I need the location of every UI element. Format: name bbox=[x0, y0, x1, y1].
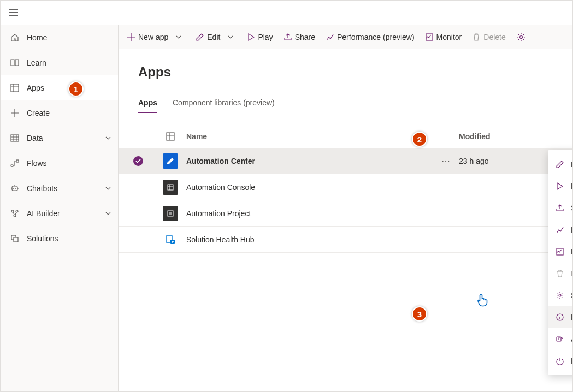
app-name[interactable]: Automation Project bbox=[183, 209, 433, 218]
share-icon bbox=[284, 33, 292, 41]
context-menu-monitor[interactable]: Monitor bbox=[548, 241, 573, 263]
gear-icon bbox=[517, 33, 525, 41]
grid-icon bbox=[9, 133, 20, 144]
new-app-dropdown[interactable] bbox=[173, 34, 185, 40]
more-options-button[interactable]: ⋯ bbox=[441, 156, 451, 166]
edit-button[interactable]: Edit bbox=[192, 28, 225, 46]
svg-point-20 bbox=[559, 294, 561, 296]
separator bbox=[240, 32, 240, 43]
monitor-icon bbox=[426, 33, 433, 41]
context-menu-deactivate[interactable]: Deactivate bbox=[548, 350, 573, 372]
tab-apps[interactable]: Apps bbox=[138, 94, 157, 112]
solutions-icon bbox=[9, 233, 20, 244]
context-menu-share[interactable]: Share bbox=[548, 197, 573, 219]
ctx-label: Settings bbox=[571, 291, 573, 300]
power-icon bbox=[556, 357, 564, 365]
monitor-icon bbox=[556, 248, 564, 256]
svg-point-5 bbox=[13, 188, 14, 189]
svg-point-2 bbox=[11, 164, 13, 167]
context-menu-performance[interactable]: Performance (preview) bbox=[548, 219, 573, 241]
ai-builder-icon bbox=[9, 208, 20, 219]
sidebar-item-solutions[interactable]: Solutions bbox=[1, 226, 118, 251]
sidebar-item-ai-builder[interactable]: AI Builder bbox=[1, 201, 118, 226]
model-app-icon bbox=[163, 206, 178, 221]
app-name[interactable]: Automation Center bbox=[183, 157, 433, 165]
canvas-app-icon bbox=[163, 153, 178, 169]
sidebar-item-chatbots[interactable]: Chatbots bbox=[1, 176, 118, 201]
svg-rect-14 bbox=[167, 133, 174, 140]
ctx-label: Performance (preview) bbox=[571, 225, 573, 234]
sidebar-item-data[interactable]: Data bbox=[1, 126, 118, 151]
svg-rect-11 bbox=[14, 237, 18, 242]
context-menu-details[interactable]: Details bbox=[548, 306, 573, 328]
sidebar-item-label: Apps bbox=[27, 84, 44, 92]
command-bar: New app Edit Play Share bbox=[119, 25, 572, 49]
apps-icon bbox=[9, 82, 20, 93]
tabs: Apps Component libraries (preview) bbox=[119, 84, 572, 113]
context-menu-edit[interactable]: Edit bbox=[548, 153, 573, 175]
svg-rect-15 bbox=[168, 185, 173, 190]
cmd-label: New app bbox=[138, 33, 168, 41]
svg-point-7 bbox=[11, 210, 14, 212]
tab-component-libraries[interactable]: Component libraries (preview) bbox=[173, 94, 275, 112]
settings-button[interactable] bbox=[512, 28, 530, 46]
ctx-label: Monitor bbox=[571, 247, 573, 256]
play-icon bbox=[556, 182, 564, 190]
sidebar-item-label: Home bbox=[27, 33, 47, 42]
monitor-button[interactable]: Monitor bbox=[421, 28, 466, 46]
learn-icon bbox=[9, 57, 20, 68]
table-row[interactable]: Automation Console bbox=[119, 174, 572, 200]
sidebar-item-flows[interactable]: Flows bbox=[1, 151, 118, 176]
svg-rect-1 bbox=[11, 135, 19, 141]
app-name[interactable]: Solution Health Hub bbox=[183, 235, 433, 244]
share-button[interactable]: Share bbox=[280, 28, 320, 46]
svg-point-6 bbox=[15, 188, 16, 189]
delete-icon bbox=[472, 33, 480, 41]
type-column-icon[interactable] bbox=[158, 132, 183, 141]
hamburger-icon[interactable] bbox=[1, 1, 27, 25]
sidebar-item-label: Learn bbox=[27, 58, 46, 67]
cmd-label: Delete bbox=[483, 33, 505, 41]
main-content: New app Edit Play Share bbox=[119, 25, 572, 391]
home-icon bbox=[9, 32, 20, 43]
separator bbox=[188, 32, 188, 43]
play-button[interactable]: Play bbox=[244, 28, 277, 46]
flows-icon bbox=[9, 158, 20, 169]
gear-icon bbox=[556, 292, 564, 299]
sidebar-item-label: Create bbox=[27, 109, 50, 117]
selected-check-icon[interactable] bbox=[133, 156, 143, 166]
context-menu-play[interactable]: Play bbox=[548, 175, 573, 197]
chevron-down-icon bbox=[105, 135, 111, 141]
cmd-label: Share bbox=[295, 33, 315, 41]
table-row[interactable]: Automation Center ⋯ 23 h ago bbox=[119, 148, 572, 174]
sidebar-item-home[interactable]: Home bbox=[1, 25, 118, 50]
table-row[interactable]: Solution Health Hub bbox=[119, 227, 572, 253]
sidebar-item-label: Solutions bbox=[27, 234, 58, 243]
sidebar: Home Learn Apps Create Data bbox=[1, 25, 119, 391]
ctx-label: Details bbox=[571, 313, 573, 322]
svg-rect-0 bbox=[11, 84, 19, 92]
sidebar-item-learn[interactable]: Learn bbox=[1, 50, 118, 75]
column-header-name[interactable]: Name bbox=[183, 132, 433, 141]
context-menu-add-to-teams[interactable]: Add to Teams bbox=[548, 328, 573, 350]
performance-button[interactable]: Performance (preview) bbox=[322, 28, 419, 46]
column-header-modified[interactable]: Modified bbox=[459, 132, 546, 141]
context-menu-settings[interactable]: Settings bbox=[548, 284, 573, 306]
ctx-label: Deactivate bbox=[571, 357, 573, 365]
top-bar bbox=[1, 1, 572, 25]
svg-point-13 bbox=[519, 35, 522, 38]
sidebar-item-apps[interactable]: Apps bbox=[1, 75, 118, 100]
callout-badge-3: 3 bbox=[412, 306, 427, 322]
sidebar-item-create[interactable]: Create bbox=[1, 100, 118, 126]
play-icon bbox=[248, 33, 255, 41]
plus-icon bbox=[9, 108, 20, 118]
delete-button: Delete bbox=[468, 28, 510, 46]
teams-icon bbox=[556, 335, 564, 343]
sidebar-item-label: AI Builder bbox=[27, 209, 60, 218]
table-row[interactable]: Automation Project bbox=[119, 200, 572, 227]
sidebar-item-label: Flows bbox=[27, 159, 47, 168]
new-app-button[interactable]: New app bbox=[123, 28, 173, 46]
ctx-label: Delete bbox=[571, 269, 573, 278]
edit-dropdown[interactable] bbox=[225, 34, 237, 40]
app-name[interactable]: Automation Console bbox=[183, 183, 433, 192]
